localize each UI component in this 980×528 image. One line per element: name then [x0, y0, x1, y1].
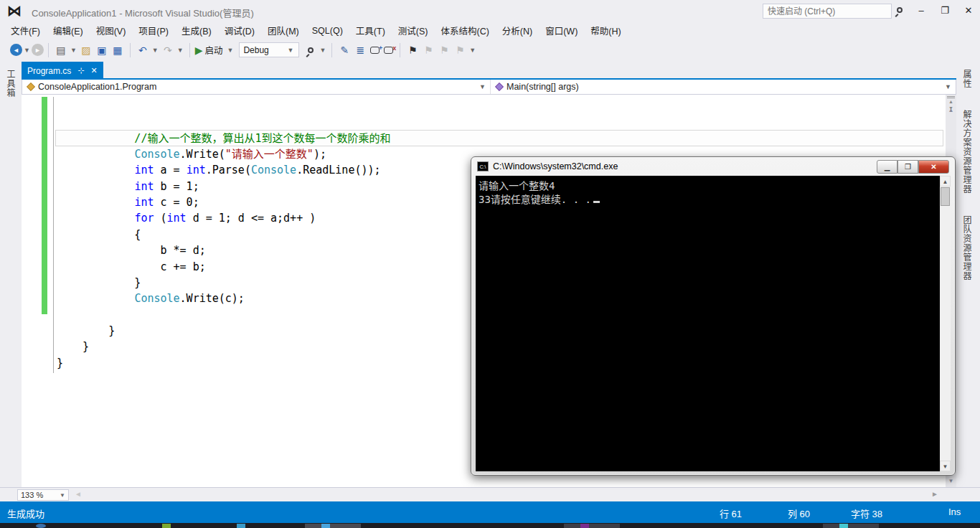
hscroll-left-icon[interactable]: ◄: [75, 490, 82, 498]
start-orb-icon[interactable]: [36, 524, 46, 528]
cmd-cursor: [593, 201, 600, 203]
toolbar-separator: [189, 43, 190, 57]
uncomment-lines-icon[interactable]: [384, 47, 393, 54]
menu-item[interactable]: 测试(S): [392, 21, 435, 40]
cmd-window[interactable]: C:\ C:\Windows\system32\cmd.exe ▁ ❐ ✕ 请输…: [471, 156, 956, 476]
code-token: int: [187, 164, 206, 176]
indent-icon[interactable]: ✎: [337, 42, 352, 58]
new-file-icon[interactable]: ▤: [54, 42, 68, 58]
code-token: d = 1; d <= a;d++ ): [187, 212, 316, 225]
sidebar-tab-toolbox[interactable]: 工具箱: [3, 64, 18, 103]
redo-dropdown-icon[interactable]: ▼: [177, 47, 184, 54]
taskbar-app-button[interactable]: [305, 524, 361, 528]
cmd-scroll-down-icon[interactable]: ▼: [940, 461, 951, 471]
taskbar-app-icon[interactable]: [162, 524, 171, 528]
code-token: a =: [154, 164, 186, 176]
scroll-down-icon[interactable]: ▼: [946, 476, 956, 486]
clear-bookmarks-icon[interactable]: ⚑: [453, 42, 467, 58]
sidebar-tab[interactable]: 解决方案资源管理器: [959, 104, 974, 199]
menu-item[interactable]: 体系结构(C): [434, 21, 495, 40]
find-in-files-icon[interactable]: [308, 47, 314, 53]
cmd-maximize-button[interactable]: ❐: [897, 160, 918, 174]
tab-label: Program.cs: [27, 66, 71, 76]
members-dropdown[interactable]: Main(string[] args) ▼: [491, 80, 956, 94]
scroll-up-icon[interactable]: ▲: [946, 105, 956, 115]
quick-launch-input[interactable]: [763, 4, 891, 18]
windows-taskbar[interactable]: [0, 523, 980, 528]
code-token: }: [57, 357, 63, 369]
menu-item[interactable]: 生成(B): [175, 21, 218, 40]
code-token: [57, 292, 134, 305]
redo-icon[interactable]: ↷: [161, 42, 175, 58]
start-dropdown-icon[interactable]: ▼: [227, 47, 233, 54]
cmd-minimize-button[interactable]: ▁: [877, 160, 897, 174]
start-icon: ▶: [195, 44, 203, 56]
cmd-close-button[interactable]: ✕: [918, 160, 949, 174]
taskbar-app-icon[interactable]: [580, 524, 589, 528]
menu-item[interactable]: 帮助(H): [584, 21, 627, 40]
menu-item[interactable]: 分析(N): [496, 21, 539, 40]
config-value: Debug: [243, 45, 268, 55]
chevron-down-icon: ▼: [479, 83, 486, 90]
nav-back-icon[interactable]: ◄: [10, 44, 22, 56]
quick-launch-box[interactable]: [763, 4, 892, 19]
toolbar-options-icon[interactable]: ▼: [469, 47, 476, 54]
menu-item[interactable]: 团队(M): [261, 21, 306, 40]
cmd-scrollbar[interactable]: ▲ ▼: [940, 176, 951, 471]
taskbar-app-icon[interactable]: [237, 524, 245, 528]
code-token: .Parse(: [206, 164, 251, 176]
cmd-title-bar[interactable]: C:\ C:\Windows\system32\cmd.exe ▁ ❐ ✕: [471, 157, 955, 176]
taskbar-app-button[interactable]: [823, 524, 879, 528]
menu-item[interactable]: 窗口(W): [539, 21, 584, 40]
close-button[interactable]: ✕: [958, 4, 979, 17]
cmd-console-output[interactable]: 请输入一个整数433请按任意键继续. . .: [476, 176, 941, 471]
left-tool-strip: 工具箱: [0, 60, 22, 487]
undo-dropdown-icon[interactable]: ▼: [152, 47, 159, 54]
open-file-icon[interactable]: ▨: [79, 42, 93, 58]
cmd-scroll-up-icon[interactable]: ▲: [940, 176, 951, 187]
save-all-icon[interactable]: ▦: [110, 42, 125, 58]
taskbar-app-icon[interactable]: [321, 524, 330, 528]
splitter-handle[interactable]: ▲▼: [947, 96, 955, 105]
hscroll-right-icon[interactable]: ►: [931, 490, 938, 498]
comment-lines-icon[interactable]: [370, 47, 380, 54]
code-line: for (int d = 1; d <= a;d++ ): [57, 210, 316, 226]
code-token: .Write(c);: [180, 292, 245, 305]
sidebar-tab[interactable]: 团队资源管理器: [959, 209, 974, 286]
cmd-scroll-thumb[interactable]: [941, 187, 950, 206]
title-bar: ⋈ ConsoleApplication1 - Microsoft Visual…: [0, 0, 980, 22]
sidebar-tab[interactable]: 属性: [959, 64, 974, 94]
menu-item[interactable]: 编辑(E): [47, 21, 90, 40]
nav-back-dropdown-icon[interactable]: ▼: [24, 47, 30, 54]
menu-item[interactable]: 工具(T): [349, 21, 392, 40]
menu-item[interactable]: 调试(D): [218, 21, 261, 40]
menu-item[interactable]: 文件(F): [4, 21, 47, 40]
solution-configurations-combo[interactable]: Debug▼: [239, 42, 299, 57]
class-icon: [27, 82, 35, 91]
toggle-bookmark-icon[interactable]: ⚑: [405, 42, 420, 58]
toolbar-overflow-icon[interactable]: ▼: [319, 47, 326, 54]
zoom-control[interactable]: 133 % ▼: [17, 489, 69, 501]
quick-launch-search-icon[interactable]: [897, 7, 903, 13]
menu-item[interactable]: 视图(V): [90, 21, 133, 40]
start-debugging-button[interactable]: ▶启动: [195, 42, 225, 58]
undo-icon[interactable]: ↶: [136, 42, 150, 58]
taskbar-app-button[interactable]: [564, 524, 620, 528]
tab-program-cs[interactable]: Program.cs ⊹ ✕: [22, 62, 103, 80]
menu-item[interactable]: 项目(P): [132, 21, 175, 40]
outdent-icon[interactable]: ≣: [353, 42, 367, 58]
prev-bookmark-icon[interactable]: ⚑: [421, 42, 435, 58]
menu-item[interactable]: SQL(Q): [306, 23, 349, 39]
restore-button[interactable]: ❐: [935, 4, 955, 17]
new-file-dropdown-icon[interactable]: ▼: [70, 47, 77, 54]
code-token: .Write(: [180, 148, 225, 161]
save-icon[interactable]: ▣: [95, 42, 109, 58]
close-tab-icon[interactable]: ✕: [91, 66, 98, 75]
zoom-value: 133 %: [21, 491, 43, 499]
nav-forward-icon[interactable]: ►: [32, 44, 44, 56]
types-dropdown[interactable]: ConsoleApplication1.Program ▼: [22, 80, 491, 94]
next-bookmark-icon[interactable]: ⚑: [437, 42, 451, 58]
taskbar-app-icon[interactable]: [839, 524, 848, 528]
minimize-button[interactable]: –: [911, 4, 931, 17]
pin-tab-icon[interactable]: ⊹: [77, 66, 84, 75]
